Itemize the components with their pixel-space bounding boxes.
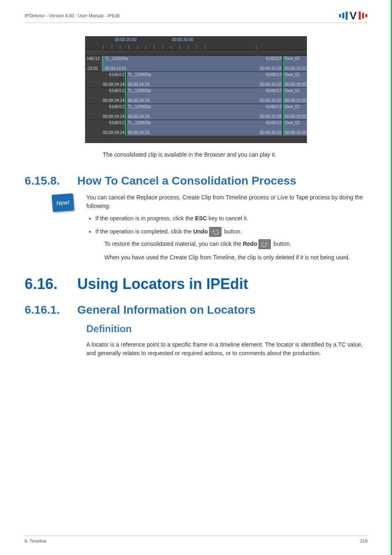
redo-icon [258,239,271,249]
row2-tl: 614E/12 [109,89,125,93]
row1-rbr: 00:00:32:02 [285,83,307,87]
row2-rbr: 00:00:32:02 [285,99,307,103]
page-header: IPDirector - Version 6.00 - User Manual … [25,12,367,23]
row1-bln: 00:00:24:24 [128,83,150,87]
definition-heading: Definition [86,323,367,335]
section-6-15-8-heading: 6.15.8. How To Cancel a Consolidation Pr… [25,174,367,187]
bullet-undo: If the operation is completed, click the… [95,227,367,261]
row3-tl: 614E/12 [109,105,125,109]
row0-left-bl: :23:01 [87,67,98,71]
row0-br: 00:00:32:02 [260,67,281,71]
row4-right: Dive_01 [285,121,300,125]
row2-br: 00:00:32:02 [260,99,281,103]
row4-br: 00:00:32:02 [260,131,281,135]
row3-right: Dive_01 [285,105,300,109]
new-badge-icon: New! [52,194,74,213]
evs-logo-icon: V [339,12,367,20]
row0-left-tc: 14E/12 [87,57,100,61]
row1-tl: 614E/12 [109,73,125,77]
row0-name: TL_120920a [105,57,128,61]
row2-name: TL_120920a [128,89,151,93]
bullet-esc: If the operation is in progress, click t… [95,214,367,223]
row4-bl: 00:00:24:24 [103,131,125,135]
page-footer: 6. Timeline 219 [25,536,367,543]
row2-tr: 624E/12 [266,89,281,93]
section-number: 6.15.8. [25,174,70,187]
section-title: General Information on Locators [77,303,256,317]
row4-tr: 624E/12 [266,121,281,125]
row0-right: Dive_01 [285,57,300,61]
header-product: IPDirector - Version 6.00 - User Manual … [25,13,120,18]
row3-bl: 00:00:24:24 [103,115,125,119]
row3-tr: 624E/12 [266,105,281,109]
section-6-16-heading: 6.16. Using Locators in IPEdit [25,275,367,293]
row2-bl: 00:00:24:24 [103,99,125,103]
row4-rbr: 00:00:32:02 [285,131,307,135]
row0-tr: 624D/12 [266,57,281,61]
section-6-16-1-heading: 6.16.1. General Information on Locators [25,303,367,317]
undo-icon [209,227,221,237]
row3-bln: 00:00:24:24 [128,115,150,119]
row0-bln: 00:00:23:01 [105,67,127,71]
row4-tl: 614E/12 [109,121,125,125]
row3-br: 00:00:32:02 [260,115,281,119]
figure-caption: The consolidated clip is available in th… [103,150,367,159]
row0-rbr: 00:00:32:02 [285,67,307,71]
ruler-tc-1: 00:00:25:00 [115,37,136,42]
row2-right: Dive_01 [285,89,300,93]
row3-name: TL_120920a [128,105,151,109]
row1-name: TL_120920a [128,73,151,77]
row3-rbr: 00:00:32:02 [285,115,307,119]
section-number: 6.16.1. [25,303,70,317]
section-title: How To Cancel a Consolidation Process [77,174,296,187]
row1-tr: 624E/12 [266,73,281,77]
row1-br: 00:00:32:02 [260,83,281,87]
chapter-title: Using Locators in IPEdit [77,275,248,293]
footer-page: 219 [360,539,367,543]
row4-bln: 00:00:24:24 [128,131,150,135]
nested-note: When you have used the Create Clip from … [104,253,367,261]
row4-name: TL_120920a [128,121,151,125]
row2-bln: 00:00:24:24 [128,99,150,103]
row1-right: Dive_01 [285,73,300,77]
chapter-number: 6.16. [25,275,70,293]
sec6158-intro: You can cancel the Replace process, Crea… [86,193,367,210]
footer-chapter: 6. Timeline [25,539,46,543]
nested-redo: To restore the consolidated material, yo… [104,239,367,249]
timeline-screenshot: 00:00:25:00 00:00:30:00 14E/12 :23:01 TL… [85,36,307,143]
definition-body: A locator is a reference point to a spec… [86,340,367,357]
ruler-tc-2: 00:00:30:00 [172,37,194,42]
row1-bl: 00:00:24:24 [103,83,125,87]
